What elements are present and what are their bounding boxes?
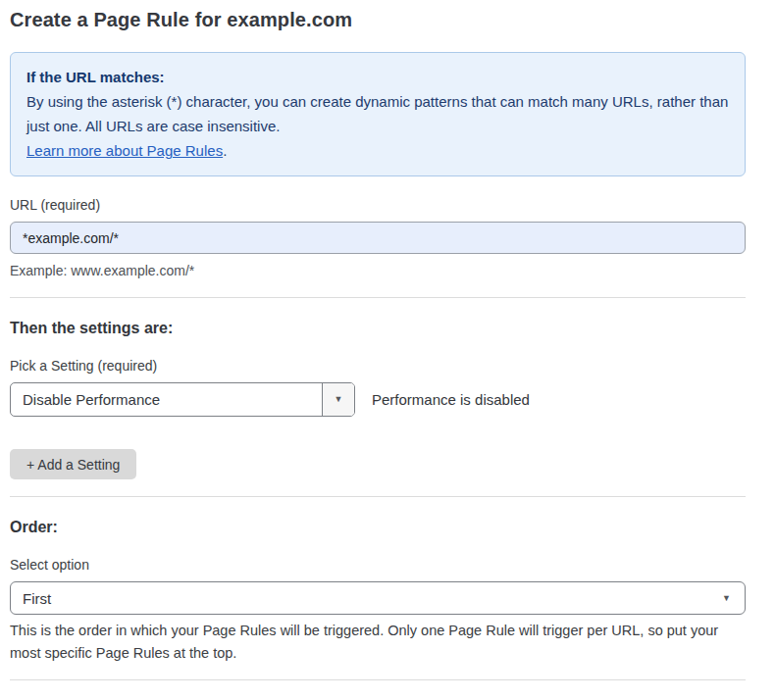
chevron-down-icon: ▼: [335, 395, 343, 404]
setting-picker-row: Disable Performance ▼ Performance is dis…: [10, 382, 746, 417]
order-section-heading: Order:: [10, 519, 746, 536]
section-divider-3: [10, 679, 746, 680]
learn-more-link[interactable]: Learn more about Page Rules: [26, 142, 223, 159]
setting-select-arrow-button[interactable]: ▼: [322, 383, 354, 416]
callout-link-line: Learn more about Page Rules.: [26, 138, 729, 163]
url-matches-callout: If the URL matches: By using the asteris…: [10, 52, 746, 176]
section-divider-1: [10, 297, 746, 298]
callout-heading: If the URL matches:: [26, 65, 729, 89]
setting-status-text: Performance is disabled: [372, 391, 530, 408]
pick-setting-label: Pick a Setting (required): [10, 358, 746, 374]
page-rule-form: Create a Page Rule for example.com If th…: [0, 0, 775, 700]
order-select-label: Select option: [10, 557, 746, 573]
order-helper-text: This is the order in which your Page Rul…: [10, 620, 746, 665]
setting-select-value: Disable Performance: [11, 383, 322, 416]
page-title: Create a Page Rule for example.com: [10, 9, 746, 31]
setting-select[interactable]: Disable Performance ▼: [10, 382, 355, 417]
order-select-value: First: [23, 590, 51, 607]
order-select[interactable]: First ▼: [10, 581, 746, 615]
callout-body-text: By using the asterisk (*) character, you…: [26, 89, 729, 138]
url-field-label: URL (required): [10, 197, 746, 213]
url-input[interactable]: [10, 222, 746, 254]
section-divider-2: [10, 496, 746, 497]
add-setting-button[interactable]: + Add a Setting: [10, 449, 136, 479]
url-example-helper: Example: www.example.com/*: [10, 261, 746, 280]
settings-section-heading: Then the settings are:: [10, 320, 746, 337]
link-period: .: [223, 142, 227, 159]
chevron-down-icon: ▼: [722, 594, 731, 603]
